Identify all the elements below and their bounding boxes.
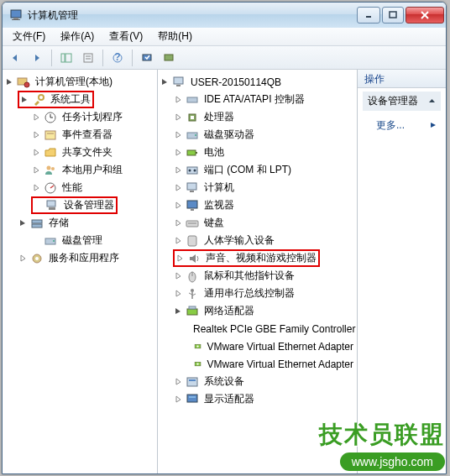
expand-icon[interactable] <box>173 112 184 123</box>
expand-icon[interactable] <box>31 129 42 140</box>
device-category[interactable]: 网络适配器 <box>173 302 355 320</box>
tree-event-viewer[interactable]: 事件查看器 <box>31 126 155 144</box>
tree-label: IDE ATA/ATAPI 控制器 <box>202 92 306 107</box>
device-category[interactable]: 显示适配器 <box>173 390 355 408</box>
device-category[interactable]: 处理器 <box>173 108 355 126</box>
expand-icon[interactable] <box>173 200 184 211</box>
svg-point-17 <box>24 82 29 87</box>
device-icon <box>186 146 199 160</box>
expand-icon[interactable] <box>173 270 184 281</box>
svg-rect-69 <box>187 378 197 386</box>
expand-icon[interactable] <box>173 147 184 158</box>
svg-rect-70 <box>189 379 196 381</box>
svg-rect-7 <box>61 54 65 62</box>
close-button[interactable] <box>406 7 444 24</box>
device-item[interactable]: Realtek PCIe GBE Family Controller <box>186 320 355 337</box>
minimize-button[interactable] <box>357 7 380 24</box>
properties-button[interactable] <box>79 49 97 67</box>
spacer <box>186 341 192 352</box>
device-category[interactable]: IDE ATA/ATAPI 控制器 <box>173 91 355 108</box>
expand-icon[interactable] <box>173 394 184 405</box>
tree-label: 计算机管理(本地) <box>34 74 114 90</box>
collapse-icon[interactable] <box>160 76 170 87</box>
expand-icon[interactable] <box>173 94 184 105</box>
expand-icon[interactable] <box>173 376 184 387</box>
expand-icon[interactable] <box>31 147 42 158</box>
expand-icon[interactable] <box>31 112 42 123</box>
device-category[interactable]: 人体学输入设备 <box>173 232 355 249</box>
actions-context[interactable]: 设备管理器 <box>363 92 441 111</box>
expand-icon[interactable] <box>31 165 42 175</box>
expand-icon[interactable] <box>175 253 186 264</box>
device-category[interactable]: 电池 <box>173 144 355 161</box>
titlebar[interactable]: 计算机管理 <box>3 3 446 28</box>
device-icon <box>186 181 199 195</box>
network-adapter-icon <box>194 340 201 353</box>
menu-file[interactable]: 文件(F) <box>6 28 52 45</box>
device-root[interactable]: USER-20150114QB <box>160 73 355 91</box>
menu-action[interactable]: 操作(A) <box>54 28 101 45</box>
device-icon <box>186 393 199 406</box>
actions-context-label: 设备管理器 <box>368 94 418 108</box>
expand-icon[interactable] <box>173 217 184 228</box>
expand-icon[interactable] <box>173 288 184 299</box>
device-category[interactable]: 鼠标和其他指针设备 <box>173 267 355 285</box>
tree-device-manager[interactable]: 设备管理器 <box>31 196 118 214</box>
device-category[interactable]: 磁盘驱动器 <box>173 126 355 144</box>
collapse-icon[interactable] <box>19 94 30 105</box>
device-category[interactable]: 声音、视频和游戏控制器 <box>173 249 320 267</box>
tree-root-local[interactable]: 计算机管理(本地) <box>4 73 155 91</box>
device-category[interactable]: 端口 (COM 和 LPT) <box>173 161 355 179</box>
svg-point-46 <box>189 169 191 171</box>
device-category[interactable]: 键盘 <box>173 214 355 232</box>
menu-help[interactable]: 帮助(H) <box>151 28 199 45</box>
device-category[interactable]: 监视器 <box>173 196 355 214</box>
device-icon <box>186 111 199 124</box>
tree-local-users[interactable]: 本地用户和组 <box>31 161 155 179</box>
expand-icon[interactable] <box>173 235 184 246</box>
tree-label: 鼠标和其他指针设备 <box>202 268 296 284</box>
tree-label: 性能 <box>60 180 84 196</box>
device-category[interactable]: 计算机 <box>173 179 355 196</box>
tree-storage[interactable]: 存储 <box>18 214 155 232</box>
expand-icon[interactable] <box>173 182 184 193</box>
actions-more-link[interactable]: 更多... ▸ <box>363 116 441 135</box>
collapse-icon[interactable] <box>173 306 184 316</box>
back-button[interactable] <box>6 49 24 67</box>
tree-services-apps[interactable]: 服务和应用程序 <box>18 249 155 267</box>
tree-performance[interactable]: 性能 <box>31 179 155 196</box>
expand-icon[interactable] <box>18 253 29 264</box>
expand-icon[interactable] <box>173 165 184 175</box>
tree-disk-mgmt[interactable]: 磁盘管理 <box>31 232 155 249</box>
svg-point-66 <box>197 345 199 347</box>
device-icon <box>186 287 199 301</box>
collapse-icon[interactable] <box>18 217 29 228</box>
result-pane[interactable]: USER-20150114QB IDE ATA/ATAPI 控制器 处理器 磁盘… <box>158 70 358 473</box>
scan-button[interactable] <box>138 49 156 67</box>
tree-system-tools[interactable]: 系统工具 <box>18 91 94 108</box>
update-driver-button[interactable] <box>160 49 178 67</box>
svg-rect-61 <box>187 309 197 315</box>
svg-rect-71 <box>187 395 197 402</box>
collapse-icon[interactable] <box>4 76 15 87</box>
maximize-button[interactable] <box>382 7 404 24</box>
svg-rect-2 <box>12 19 20 20</box>
svg-rect-28 <box>47 201 55 207</box>
expand-icon[interactable] <box>31 182 42 193</box>
scope-pane[interactable]: 计算机管理(本地) 系统工具 任务计划程序 <box>3 70 158 473</box>
menu-view[interactable]: 查看(V) <box>102 28 149 45</box>
tree-shared-folders[interactable]: 共享文件夹 <box>31 144 155 161</box>
tree-label: VMware Virtual Ethernet Adapter <box>205 358 355 371</box>
device-category[interactable]: 系统设备 <box>173 373 355 390</box>
toolbar-separator <box>132 50 133 66</box>
device-item[interactable]: VMware Virtual Ethernet Adapter <box>186 337 355 355</box>
forward-button[interactable] <box>28 49 46 67</box>
device-category[interactable]: 通用串行总线控制器 <box>173 285 355 302</box>
svg-rect-44 <box>196 152 197 154</box>
help-button[interactable]: ? <box>108 49 127 67</box>
show-hide-tree-button[interactable] <box>57 49 76 67</box>
svg-text:?: ? <box>114 52 120 63</box>
expand-icon[interactable] <box>173 129 184 140</box>
tree-task-scheduler[interactable]: 任务计划程序 <box>31 108 155 126</box>
device-item[interactable]: VMware Virtual Ethernet Adapter <box>186 355 355 373</box>
